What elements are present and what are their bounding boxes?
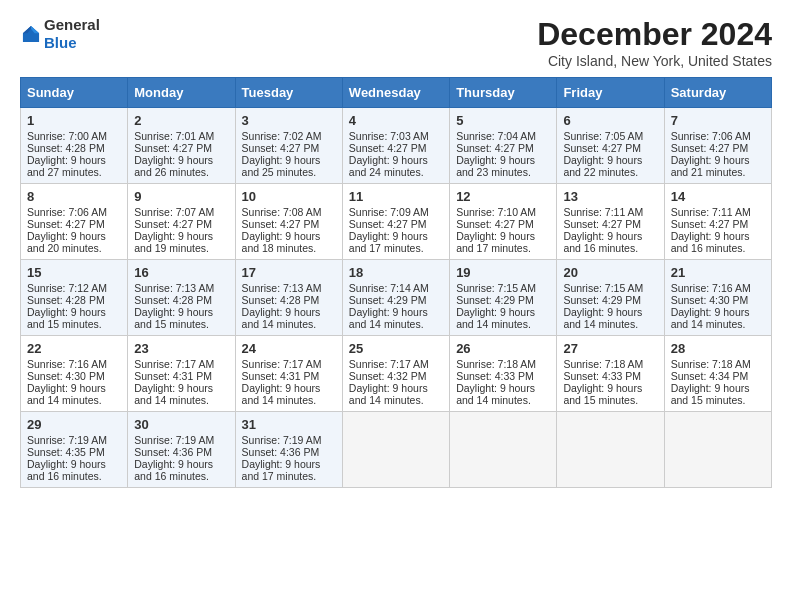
calendar-cell: 30 Sunrise: 7:19 AM Sunset: 4:36 PM Dayl… — [128, 412, 235, 488]
calendar-cell: 28 Sunrise: 7:18 AM Sunset: 4:34 PM Dayl… — [664, 336, 771, 412]
sunset-label: Sunset: 4:28 PM — [242, 294, 320, 306]
logo-text: General Blue — [44, 16, 100, 52]
sunrise-label: Sunrise: 7:00 AM — [27, 130, 107, 142]
subtitle: City Island, New York, United States — [537, 53, 772, 69]
calendar-week-1: 1 Sunrise: 7:00 AM Sunset: 4:28 PM Dayli… — [21, 108, 772, 184]
sunrise-label: Sunrise: 7:18 AM — [671, 358, 751, 370]
day-number: 21 — [671, 265, 765, 280]
day-number: 18 — [349, 265, 443, 280]
page-header: General Blue December 2024 City Island, … — [20, 16, 772, 69]
calendar-cell: 21 Sunrise: 7:16 AM Sunset: 4:30 PM Dayl… — [664, 260, 771, 336]
sunset-label: Sunset: 4:27 PM — [134, 142, 212, 154]
weekday-header-row: SundayMondayTuesdayWednesdayThursdayFrid… — [21, 78, 772, 108]
daylight-label: Daylight: 9 hours and 26 minutes. — [134, 154, 213, 178]
sunset-label: Sunset: 4:29 PM — [349, 294, 427, 306]
calendar-cell — [664, 412, 771, 488]
sunset-label: Sunset: 4:30 PM — [27, 370, 105, 382]
sunset-label: Sunset: 4:27 PM — [456, 218, 534, 230]
calendar-cell: 13 Sunrise: 7:11 AM Sunset: 4:27 PM Dayl… — [557, 184, 664, 260]
sunset-label: Sunset: 4:28 PM — [27, 294, 105, 306]
sunset-label: Sunset: 4:27 PM — [456, 142, 534, 154]
day-number: 3 — [242, 113, 336, 128]
sunrise-label: Sunrise: 7:19 AM — [242, 434, 322, 446]
day-number: 31 — [242, 417, 336, 432]
calendar-cell — [450, 412, 557, 488]
day-number: 5 — [456, 113, 550, 128]
daylight-label: Daylight: 9 hours and 16 minutes. — [134, 458, 213, 482]
daylight-label: Daylight: 9 hours and 17 minutes. — [242, 458, 321, 482]
daylight-label: Daylight: 9 hours and 14 minutes. — [349, 382, 428, 406]
sunset-label: Sunset: 4:31 PM — [134, 370, 212, 382]
day-number: 11 — [349, 189, 443, 204]
sunrise-label: Sunrise: 7:04 AM — [456, 130, 536, 142]
calendar-week-3: 15 Sunrise: 7:12 AM Sunset: 4:28 PM Dayl… — [21, 260, 772, 336]
calendar-cell: 14 Sunrise: 7:11 AM Sunset: 4:27 PM Dayl… — [664, 184, 771, 260]
sunset-label: Sunset: 4:27 PM — [671, 142, 749, 154]
sunrise-label: Sunrise: 7:03 AM — [349, 130, 429, 142]
day-number: 10 — [242, 189, 336, 204]
sunrise-label: Sunrise: 7:13 AM — [242, 282, 322, 294]
day-number: 2 — [134, 113, 228, 128]
sunrise-label: Sunrise: 7:19 AM — [134, 434, 214, 446]
calendar-cell: 22 Sunrise: 7:16 AM Sunset: 4:30 PM Dayl… — [21, 336, 128, 412]
daylight-label: Daylight: 9 hours and 15 minutes. — [671, 382, 750, 406]
calendar-cell — [557, 412, 664, 488]
day-number: 26 — [456, 341, 550, 356]
sunrise-label: Sunrise: 7:07 AM — [134, 206, 214, 218]
calendar-cell — [342, 412, 449, 488]
calendar-cell: 3 Sunrise: 7:02 AM Sunset: 4:27 PM Dayli… — [235, 108, 342, 184]
calendar-cell: 16 Sunrise: 7:13 AM Sunset: 4:28 PM Dayl… — [128, 260, 235, 336]
sunrise-label: Sunrise: 7:06 AM — [27, 206, 107, 218]
calendar-week-2: 8 Sunrise: 7:06 AM Sunset: 4:27 PM Dayli… — [21, 184, 772, 260]
daylight-label: Daylight: 9 hours and 17 minutes. — [349, 230, 428, 254]
day-number: 22 — [27, 341, 121, 356]
logo-icon — [20, 23, 42, 45]
calendar-cell: 25 Sunrise: 7:17 AM Sunset: 4:32 PM Dayl… — [342, 336, 449, 412]
calendar-body: 1 Sunrise: 7:00 AM Sunset: 4:28 PM Dayli… — [21, 108, 772, 488]
sunrise-label: Sunrise: 7:15 AM — [563, 282, 643, 294]
daylight-label: Daylight: 9 hours and 20 minutes. — [27, 230, 106, 254]
sunrise-label: Sunrise: 7:14 AM — [349, 282, 429, 294]
title-block: December 2024 City Island, New York, Uni… — [537, 16, 772, 69]
calendar-cell: 27 Sunrise: 7:18 AM Sunset: 4:33 PM Dayl… — [557, 336, 664, 412]
day-number: 27 — [563, 341, 657, 356]
day-number: 16 — [134, 265, 228, 280]
sunset-label: Sunset: 4:34 PM — [671, 370, 749, 382]
sunrise-label: Sunrise: 7:06 AM — [671, 130, 751, 142]
calendar-cell: 11 Sunrise: 7:09 AM Sunset: 4:27 PM Dayl… — [342, 184, 449, 260]
day-number: 30 — [134, 417, 228, 432]
daylight-label: Daylight: 9 hours and 14 minutes. — [671, 306, 750, 330]
sunrise-label: Sunrise: 7:17 AM — [349, 358, 429, 370]
calendar-cell: 18 Sunrise: 7:14 AM Sunset: 4:29 PM Dayl… — [342, 260, 449, 336]
day-number: 4 — [349, 113, 443, 128]
sunset-label: Sunset: 4:33 PM — [456, 370, 534, 382]
sunrise-label: Sunrise: 7:15 AM — [456, 282, 536, 294]
calendar-cell: 4 Sunrise: 7:03 AM Sunset: 4:27 PM Dayli… — [342, 108, 449, 184]
daylight-label: Daylight: 9 hours and 19 minutes. — [134, 230, 213, 254]
calendar-cell: 8 Sunrise: 7:06 AM Sunset: 4:27 PM Dayli… — [21, 184, 128, 260]
sunset-label: Sunset: 4:36 PM — [134, 446, 212, 458]
calendar-cell: 9 Sunrise: 7:07 AM Sunset: 4:27 PM Dayli… — [128, 184, 235, 260]
calendar-cell: 26 Sunrise: 7:18 AM Sunset: 4:33 PM Dayl… — [450, 336, 557, 412]
sunrise-label: Sunrise: 7:08 AM — [242, 206, 322, 218]
sunset-label: Sunset: 4:36 PM — [242, 446, 320, 458]
daylight-label: Daylight: 9 hours and 22 minutes. — [563, 154, 642, 178]
calendar-cell: 1 Sunrise: 7:00 AM Sunset: 4:28 PM Dayli… — [21, 108, 128, 184]
calendar-cell: 29 Sunrise: 7:19 AM Sunset: 4:35 PM Dayl… — [21, 412, 128, 488]
daylight-label: Daylight: 9 hours and 23 minutes. — [456, 154, 535, 178]
sunrise-label: Sunrise: 7:16 AM — [27, 358, 107, 370]
calendar-table: SundayMondayTuesdayWednesdayThursdayFrid… — [20, 77, 772, 488]
sunrise-label: Sunrise: 7:18 AM — [563, 358, 643, 370]
day-number: 1 — [27, 113, 121, 128]
logo: General Blue — [20, 16, 100, 52]
sunrise-label: Sunrise: 7:10 AM — [456, 206, 536, 218]
sunrise-label: Sunrise: 7:18 AM — [456, 358, 536, 370]
calendar-cell: 15 Sunrise: 7:12 AM Sunset: 4:28 PM Dayl… — [21, 260, 128, 336]
sunrise-label: Sunrise: 7:11 AM — [563, 206, 643, 218]
sunset-label: Sunset: 4:27 PM — [349, 218, 427, 230]
sunset-label: Sunset: 4:32 PM — [349, 370, 427, 382]
daylight-label: Daylight: 9 hours and 14 minutes. — [456, 382, 535, 406]
sunrise-label: Sunrise: 7:17 AM — [242, 358, 322, 370]
weekday-saturday: Saturday — [664, 78, 771, 108]
sunset-label: Sunset: 4:30 PM — [671, 294, 749, 306]
